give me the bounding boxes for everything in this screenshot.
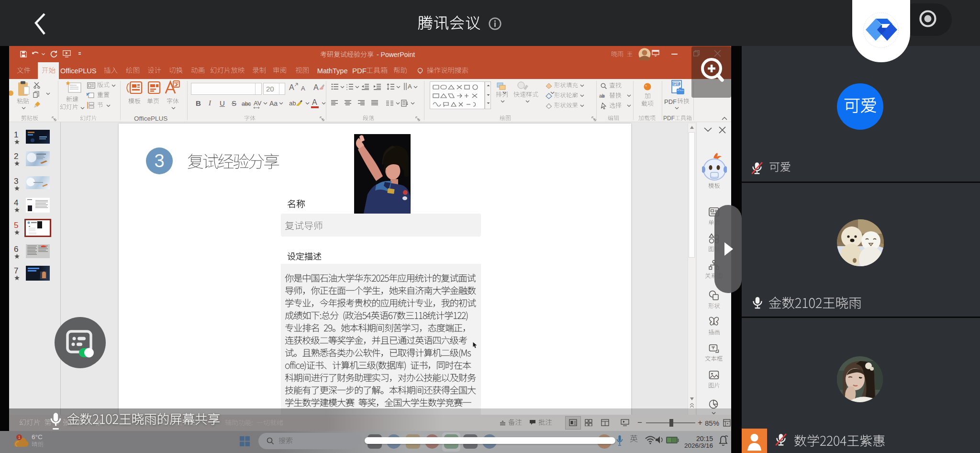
svg-text:1: 1 [18,435,21,440]
svg-text:A: A [408,83,412,90]
svg-text:PDF: PDF [673,82,680,86]
